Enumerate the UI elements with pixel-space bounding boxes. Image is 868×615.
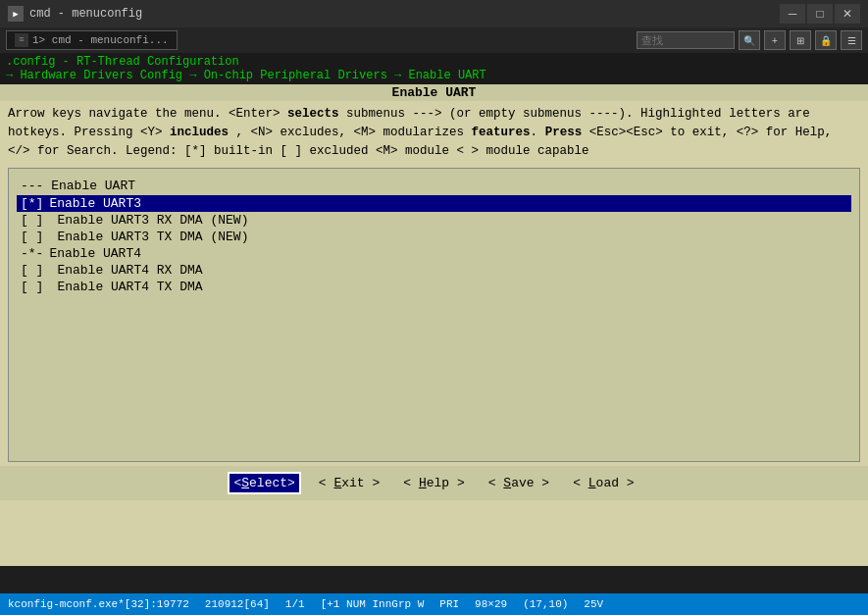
tab-bar: ≡ 1> cmd - menuconfi... 🔍 + ⊞ 🔒 ☰	[0, 27, 868, 53]
menuconfig-title: Enable UART	[0, 84, 868, 101]
status-bar: kconfig-mconf.exe*[32]:19772 210912[64] …	[0, 593, 868, 615]
status-extra: [+1 NUM InnGrp W	[321, 598, 425, 610]
tab-icon: ≡	[15, 33, 28, 47]
item-label: Enable UART4 TX DMA	[57, 280, 202, 294]
menu-item-uart4-tx[interactable]: [ ] Enable UART4 TX DMA	[17, 279, 851, 295]
split-button[interactable]: ⊞	[790, 30, 811, 50]
status-voltage: 25V	[584, 598, 603, 610]
search-box: 🔍 + ⊞ 🔒 ☰	[637, 30, 862, 50]
menu-item-uart3[interactable]: [*] Enable UART3	[17, 195, 851, 212]
path-line2: → Hardware Drivers Config → On-chip Peri…	[6, 69, 862, 82]
item-bracket: [ ]	[21, 263, 43, 278]
search-button[interactable]: 🔍	[739, 30, 760, 50]
title-bar-text: cmd - menuconfig	[29, 7, 774, 21]
status-coords: (17,10)	[523, 598, 568, 610]
window-controls: ─ □ ✕	[780, 4, 860, 24]
minimize-button[interactable]: ─	[780, 4, 805, 24]
status-size: 98×29	[475, 598, 507, 610]
status-fraction: 1/1	[285, 598, 305, 610]
search-input[interactable]	[637, 31, 735, 49]
lock-button[interactable]: 🔒	[815, 30, 837, 50]
item-label: Enable UART3 RX DMA (NEW)	[57, 213, 248, 228]
item-label: Enable UART3 TX DMA (NEW)	[57, 230, 248, 244]
app-icon: ▶	[8, 6, 24, 22]
item-label: Enable UART4	[49, 246, 141, 261]
close-button[interactable]: ✕	[835, 4, 860, 24]
new-tab-button[interactable]: +	[764, 30, 786, 50]
path-line1: .config - RT-Thread Configuration	[6, 55, 862, 69]
status-position: 210912[64]	[205, 598, 270, 610]
title-bar: ▶ cmd - menuconfig ─ □ ✕	[0, 0, 868, 27]
menu-item-uart4: -*- Enable UART4	[17, 245, 851, 262]
status-mode: PRI	[439, 598, 459, 610]
exit-button[interactable]: < Exit >	[315, 474, 383, 492]
item-bracket: [ ]	[21, 230, 43, 244]
select-button[interactable]: <Select>	[230, 474, 298, 492]
menu-content: --- Enable UART [*] Enable UART3 [ ] Ena…	[8, 168, 860, 462]
path-bar: .config - RT-Thread Configuration → Hard…	[0, 53, 868, 84]
item-bracket: [ ]	[21, 280, 43, 294]
save-button[interactable]: < Save >	[485, 474, 553, 492]
item-label: Enable UART4 RX DMA	[57, 263, 202, 278]
status-process: kconfig-mconf.exe*[32]:19772	[8, 598, 189, 610]
main-content: .config - RT-Thread Configuration → Hard…	[0, 53, 868, 566]
help-text-area: Arrow keys navigate the menu. <Enter> se…	[0, 101, 868, 164]
help-button[interactable]: < Help >	[399, 474, 468, 492]
menu-item-uart3-rx[interactable]: [ ] Enable UART3 RX DMA (NEW)	[17, 212, 851, 229]
menu-item-uart3-tx[interactable]: [ ] Enable UART3 TX DMA (NEW)	[17, 229, 851, 245]
menu-section-label: --- Enable UART	[17, 177, 851, 195]
tab-label: 1> cmd - menuconfi...	[32, 34, 169, 46]
item-label: Enable UART3	[49, 196, 141, 211]
load-button[interactable]: < Load >	[569, 474, 638, 492]
tab-item-cmd[interactable]: ≡ 1> cmd - menuconfi...	[6, 30, 178, 50]
item-bracket: -*-	[21, 246, 43, 261]
menu-item-uart4-rx[interactable]: [ ] Enable UART4 RX DMA	[17, 262, 851, 279]
help-text: Arrow keys navigate the menu. <Enter> se…	[8, 107, 832, 158]
item-bracket: [ ]	[21, 213, 43, 228]
settings-button[interactable]: ☰	[841, 30, 862, 50]
item-bracket: [*]	[21, 196, 43, 211]
bottom-buttons: <Select> < Exit > < Help > < Save > < Lo…	[0, 466, 868, 500]
maximize-button[interactable]: □	[807, 4, 833, 24]
